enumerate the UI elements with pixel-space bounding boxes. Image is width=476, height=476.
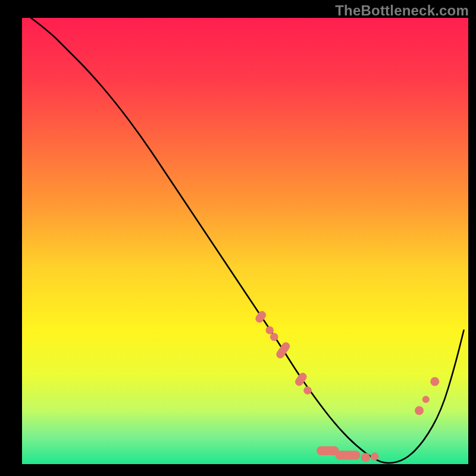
plot-background (22, 18, 468, 464)
curve-marker-dot (422, 396, 430, 403)
curve-marker-dot (303, 387, 312, 395)
curve-marker-dot (415, 406, 424, 415)
curve-marker-dot (371, 453, 379, 461)
bottleneck-chart (0, 0, 476, 476)
watermark-text: TheBottleneck.com (335, 2, 469, 19)
curve-marker-pill (336, 451, 361, 460)
curve-marker-dot (430, 377, 439, 386)
curve-marker-dot (270, 333, 278, 342)
chart-stage: TheBottleneck.com (0, 0, 476, 476)
curve-marker-dot (266, 326, 274, 334)
curve-marker-dot (361, 453, 370, 462)
